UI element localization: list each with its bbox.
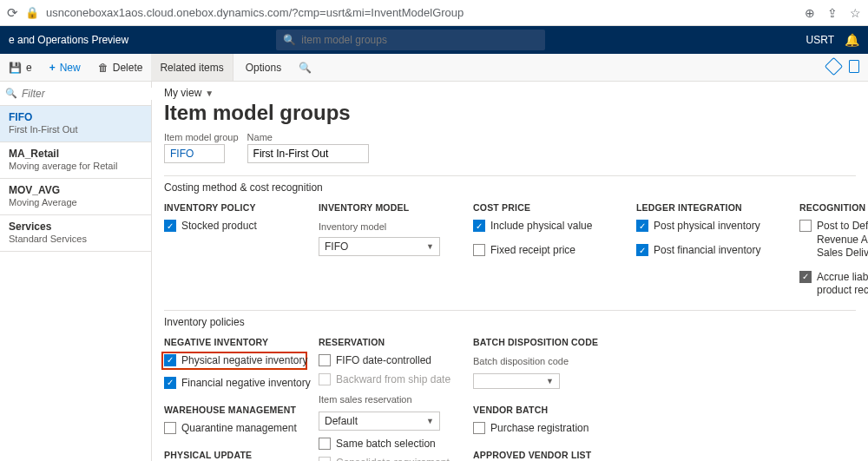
browser-bar: ⟳ 🔒 usnconeboxax1aos.cloud.onebox.dynami… — [0, 0, 868, 26]
content: My view ▼ Item model groups Item model g… — [152, 82, 868, 461]
financial-negative-checkbox[interactable]: ✓ Financial negative inventory — [164, 377, 303, 389]
checkbox-icon: ✓ — [473, 220, 485, 232]
sidebar-item-code: MA_Retail — [9, 148, 142, 160]
checkbox-icon — [319, 373, 331, 385]
trash-icon: 🗑 — [98, 62, 108, 74]
post-financial-checkbox[interactable]: ✓ Post financial inventory — [636, 244, 784, 256]
attach-icon[interactable] — [827, 60, 840, 76]
save-button[interactable]: 💾e — [0, 54, 41, 81]
group-negative-inventory: NEGATIVE INVENTORY — [164, 337, 303, 347]
checkbox-icon — [319, 438, 331, 450]
checkbox-icon — [799, 220, 812, 232]
company-code[interactable]: USRT — [806, 34, 834, 46]
checkbox-icon — [164, 422, 176, 434]
chevron-down-icon: ▼ — [546, 377, 554, 385]
share-icon[interactable]: ⇪ — [827, 6, 838, 20]
sidebar-item-mov-avg[interactable]: MOV_AVG Moving Average — [0, 179, 151, 215]
consolidate-checkbox[interactable]: Consolidate requirement — [319, 457, 457, 461]
checkbox-icon: ✓ — [164, 220, 176, 232]
page-title: Item model groups — [164, 101, 856, 125]
office-icon[interactable] — [849, 60, 859, 76]
item-model-group-input[interactable] — [164, 144, 225, 163]
chevron-down-icon: ▼ — [426, 417, 434, 425]
reload-icon[interactable]: ⟳ — [7, 5, 18, 21]
fixed-receipt-checkbox[interactable]: Fixed receipt price — [473, 244, 621, 256]
lock-icon: 🔒 — [25, 6, 39, 19]
global-search-input[interactable] — [301, 34, 538, 46]
notifications-icon[interactable]: 🔔 — [845, 33, 859, 47]
main: 🔍 FIFO First In-First Out MA_Retail Movi… — [0, 82, 868, 461]
group-reservation: RESERVATION — [319, 337, 457, 347]
fifo-date-checkbox[interactable]: FIFO date-controlled — [319, 354, 457, 366]
sidebar-item-name: Moving Average — [9, 197, 142, 207]
local-search-button[interactable]: 🔍 — [290, 54, 320, 81]
topnav: e and Operations Preview 🔍 USRT 🔔 — [0, 26, 868, 54]
item-model-group-label: Item model group — [164, 132, 239, 142]
sidebar-item-fifo[interactable]: FIFO First In-First Out — [0, 106, 151, 142]
delete-button[interactable]: 🗑Delete — [89, 54, 152, 81]
post-deferred-checkbox[interactable]: Post to Deferred Revenue Account on Sale… — [799, 220, 868, 260]
same-batch-checkbox[interactable]: Same batch selection — [319, 438, 457, 450]
sidebar-item-name: Standard Services — [9, 234, 142, 244]
batch-disposition-select[interactable]: ▼ — [473, 373, 560, 389]
view-selector[interactable]: My view ▼ — [164, 87, 856, 99]
item-sales-reservation-select[interactable]: Default ▼ — [319, 412, 440, 431]
section-costing[interactable]: Costing method & cost recognition — [164, 175, 856, 199]
checkbox-icon: ✓ — [164, 377, 176, 389]
stocked-product-checkbox[interactable]: ✓ Stocked product — [164, 220, 303, 232]
checkbox-icon: ✓ — [636, 244, 648, 256]
quarantine-checkbox[interactable]: Quarantine management — [164, 422, 303, 434]
search-icon: 🔍 — [283, 34, 296, 46]
sidebar-item-ma-retail[interactable]: MA_Retail Moving average for Retail — [0, 142, 151, 179]
options-button[interactable]: Options — [233, 54, 290, 81]
url-text: usnconeboxax1aos.cloud.onebox.dynamics.c… — [46, 6, 798, 19]
post-physical-checkbox[interactable]: ✓ Post physical inventory — [636, 220, 784, 232]
global-search[interactable]: 🔍 — [276, 30, 545, 50]
sidebar-item-code: Services — [9, 221, 142, 233]
actionbar: 💾e +New 🗑Delete Related items Options 🔍 — [0, 54, 868, 82]
group-recognition: RECOGNITION OF COST — [799, 202, 868, 213]
group-batch-disposition: BATCH DISPOSITION CODE — [473, 337, 716, 347]
accrue-checkbox[interactable]: ✓ Accrue liability on product receipt — [799, 271, 868, 298]
chevron-down-icon: ▼ — [205, 89, 214, 98]
name-input[interactable] — [247, 144, 369, 163]
include-physical-checkbox[interactable]: ✓ Include physical value — [473, 220, 621, 232]
star-icon[interactable]: ☆ — [850, 6, 861, 20]
related-items-button[interactable]: Related items — [151, 54, 232, 81]
checkbox-icon — [473, 244, 485, 256]
zoom-icon[interactable]: ⊕ — [805, 6, 815, 20]
group-ledger: LEDGER INTEGRATION — [636, 202, 784, 213]
checkbox-icon: ✓ — [799, 271, 812, 283]
sidebar-item-services[interactable]: Services Standard Services — [0, 215, 151, 252]
sidebar-filter[interactable]: 🔍 — [0, 82, 151, 106]
plus-icon: + — [49, 62, 56, 74]
checkbox-icon: ✓ — [164, 354, 176, 366]
checkbox-icon — [319, 457, 331, 461]
topnav-preview: e and Operations Preview — [9, 34, 146, 46]
inventory-model-select[interactable]: FIFO ▼ — [319, 237, 440, 256]
group-vendor-batch: VENDOR BATCH — [473, 405, 716, 415]
sidebar-item-name: Moving average for Retail — [9, 161, 142, 171]
item-sales-reservation-label: Item sales reservation — [319, 394, 457, 405]
group-cost-price: COST PRICE — [473, 202, 621, 213]
physical-negative-checkbox[interactable]: ✓ Physical negative inventory — [164, 354, 303, 366]
group-inventory-model: INVENTORY MODEL — [319, 202, 457, 213]
chevron-down-icon: ▼ — [426, 242, 434, 251]
batch-disposition-label: Batch disposition code — [473, 356, 716, 366]
filter-input[interactable] — [22, 88, 153, 100]
checkbox-icon: ✓ — [636, 220, 648, 232]
group-approved-vendor: APPROVED VENDOR LIST — [473, 450, 716, 460]
group-warehouse-mgmt: WAREHOUSE MANAGEMENT — [164, 405, 303, 415]
new-button[interactable]: +New — [41, 54, 89, 81]
sidebar: 🔍 FIFO First In-First Out MA_Retail Movi… — [0, 82, 152, 461]
name-label: Name — [247, 132, 369, 142]
backward-checkbox[interactable]: Backward from ship date — [319, 373, 457, 385]
section-inventory-policies[interactable]: Inventory policies — [164, 310, 856, 333]
save-icon: 💾 — [9, 62, 22, 74]
inventory-model-label: Inventory model — [319, 221, 457, 232]
purchase-registration-checkbox[interactable]: Purchase registration — [473, 422, 716, 434]
search-icon: 🔍 — [299, 62, 312, 74]
group-physical-update: PHYSICAL UPDATE — [164, 450, 303, 460]
sidebar-item-name: First In-First Out — [9, 124, 142, 135]
sidebar-item-code: FIFO — [9, 111, 142, 123]
